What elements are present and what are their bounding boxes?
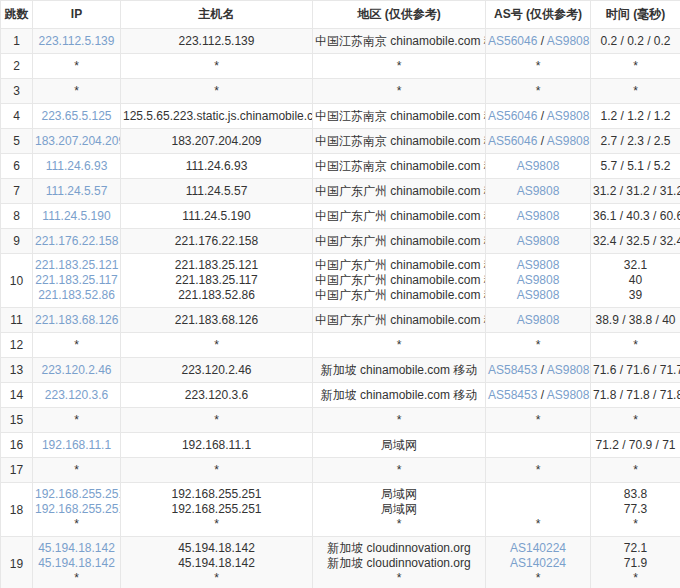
hop-cell: 12 [1, 333, 33, 358]
ip-link[interactable]: 192.168.11.1 [42, 438, 111, 452]
cell-text: * [74, 84, 79, 98]
ip-cell: * [33, 79, 121, 104]
asn-cell [486, 433, 591, 458]
asn-link[interactable]: AS140224 [510, 556, 566, 570]
region-cell: * [313, 79, 486, 104]
hostname-cell: 223.112.5.139 [121, 29, 313, 54]
asn-link[interactable]: AS58453 [488, 388, 537, 402]
asn-link[interactable]: AS9808 [547, 363, 590, 377]
cell-text: * [536, 571, 541, 585]
asn-link[interactable]: AS9808 [517, 273, 560, 287]
region-cell: 中国江苏南京 chinamobile.com 移动 [313, 29, 486, 54]
cell-text: 221.183.52.86 [178, 288, 255, 302]
asn-link[interactable]: AS56046 [488, 134, 537, 148]
asn-link[interactable]: AS9808 [517, 209, 560, 223]
asn-link[interactable]: AS140224 [510, 541, 566, 555]
ip-link[interactable]: 111.24.6.93 [46, 159, 108, 173]
ip-link[interactable]: 221.183.68.126 [35, 313, 118, 327]
ip-link[interactable]: 223.120.3.6 [45, 388, 108, 402]
asn-link[interactable]: AS9808 [517, 258, 560, 272]
cell-text: * [214, 571, 219, 585]
cell-text: 71.2 / 70.9 / 71 [595, 438, 675, 452]
asn-link[interactable]: AS9808 [547, 134, 590, 148]
hop-cell: 4 [1, 104, 33, 129]
time-cell: 2.7 / 2.3 / 2.5 [591, 129, 680, 154]
time-cell: 31.2 / 31.2 / 31.2 [591, 179, 680, 204]
asn-link[interactable]: AS9808 [517, 159, 560, 173]
time-cell: 5.7 / 5.1 / 5.2 [591, 154, 680, 179]
cell-text: 31.2 / 31.2 / 31.2 [593, 184, 680, 198]
hop-cell: 11 [1, 308, 33, 333]
asn-cell: AS56046 / AS9808 [486, 104, 591, 129]
ip-link[interactable]: 223.112.5.139 [39, 34, 115, 48]
hostname-cell: 111.24.6.93 [121, 154, 313, 179]
ip-link[interactable]: 192.168.255.251 [35, 502, 121, 516]
time-cell: * [591, 79, 680, 104]
cell-text: * [536, 84, 541, 98]
ip-link[interactable]: 183.207.204.209 [35, 134, 121, 148]
asn-link[interactable]: AS9808 [517, 313, 560, 327]
asn-link[interactable]: AS9808 [547, 109, 590, 123]
cell-text [536, 438, 539, 452]
table-row: 12***** [1, 333, 680, 358]
table-row: 4223.65.5.125125.5.65.223.static.js.chin… [1, 104, 680, 129]
hostname-cell: 192.168.255.251192.168.255.251* [121, 483, 313, 537]
time-cell: 38.9 / 38.8 / 40 [591, 308, 680, 333]
table-row: 9221.176.22.158221.176.22.158中国广东广州 chin… [1, 229, 680, 254]
ip-link[interactable]: 223.120.2.46 [41, 363, 111, 377]
asn-link[interactable]: AS9808 [547, 34, 590, 48]
ip-link[interactable]: 45.194.18.142 [38, 541, 115, 555]
asn-link[interactable]: AS58453 [488, 363, 537, 377]
ip-cell: 223.112.5.139 [33, 29, 121, 54]
cell-text: * [214, 338, 219, 352]
ip-link[interactable]: 221.183.52.86 [38, 288, 115, 302]
ip-link[interactable]: 192.168.255.251 [35, 487, 121, 501]
ip-link[interactable]: 221.183.25.121 [35, 258, 118, 272]
ip-link[interactable]: 223.65.5.125 [41, 109, 111, 123]
asn-separator: / [537, 134, 546, 148]
asn-cell: * [486, 54, 591, 79]
asn-link[interactable]: AS9808 [517, 184, 560, 198]
hostname-cell: 111.24.5.57 [121, 179, 313, 204]
cell-text: * [214, 84, 219, 98]
ip-link[interactable]: 221.183.25.117 [35, 273, 118, 287]
cell-text: 中国江苏南京 chinamobile.com 移动 [315, 159, 486, 173]
ip-cell: 192.168.255.251192.168.255.251* [33, 483, 121, 537]
cell-text: 36.1 / 40.3 / 60.6 [593, 209, 680, 223]
table-row: 5183.207.204.209183.207.204.209中国江苏南京 ch… [1, 129, 680, 154]
cell-text: 223.112.5.139 [179, 34, 255, 48]
column-header-region: 地区 (仅供参考) [313, 1, 486, 29]
cell-text: 0.2 / 0.2 / 0.2 [600, 34, 670, 48]
cell-text: 局域网 [381, 502, 417, 516]
cell-text: 32.1 [624, 258, 647, 272]
ip-link[interactable]: 221.176.22.158 [35, 234, 118, 248]
asn-cell: AS9808 [486, 154, 591, 179]
cell-text: 221.176.22.158 [175, 234, 258, 248]
region-cell: 中国江苏南京 chinamobile.com 移动 [313, 104, 486, 129]
region-cell: 中国江苏南京 chinamobile.com 移动 [313, 129, 486, 154]
column-header-hop: 跳数 [1, 1, 33, 29]
cell-text: 新加坡 chinamobile.com 移动 [321, 363, 478, 377]
time-cell: 0.2 / 0.2 / 0.2 [591, 29, 680, 54]
ip-link[interactable]: 111.24.5.57 [46, 184, 108, 198]
hop-cell: 3 [1, 79, 33, 104]
asn-link[interactable]: AS9808 [517, 288, 560, 302]
cell-text: 中国广东广州 chinamobile.com 移动 [315, 258, 486, 272]
region-cell: 新加坡 cloudinnovation.org新加坡 cloudinnovati… [313, 537, 486, 588]
asn-link[interactable]: AS9808 [547, 388, 590, 402]
asn-link[interactable]: AS56046 [488, 34, 537, 48]
asn-link[interactable]: AS56046 [488, 109, 537, 123]
ip-link[interactable]: 45.194.18.142 [38, 556, 115, 570]
ip-link[interactable]: 111.24.5.190 [42, 209, 110, 223]
table-header: 跳数 IP 主机名 地区 (仅供参考) AS号 (仅供参考) 时间 (毫秒) [1, 1, 680, 29]
cell-text: * [536, 338, 541, 352]
cell-text: 新加坡 chinamobile.com 移动 [321, 388, 478, 402]
cell-text: 192.168.255.251 [171, 487, 261, 501]
cell-text: 中国江苏南京 chinamobile.com 移动 [315, 109, 486, 123]
cell-text: 中国广东广州 chinamobile.com 移动 [315, 234, 486, 248]
ip-cell: * [33, 458, 121, 483]
region-cell: * [313, 408, 486, 433]
asn-link[interactable]: AS9808 [517, 234, 560, 248]
cell-text: 72.1 [624, 541, 647, 555]
hostname-cell: 223.120.3.6 [121, 383, 313, 408]
